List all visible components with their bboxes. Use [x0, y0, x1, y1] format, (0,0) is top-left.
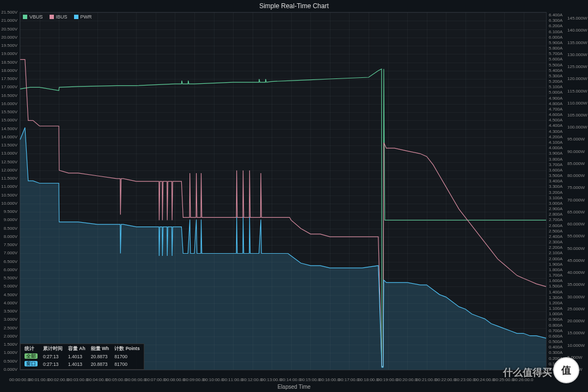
y-axis-voltage: 0.000V0.500V1.000V1.500V2.000V2.500V3.00…	[0, 12, 19, 370]
legend: VBUS IBUS PWR	[23, 14, 92, 20]
legend-item-pwr[interactable]: PWR	[74, 14, 92, 20]
watermark-text: 什么值得买	[503, 366, 552, 379]
legend-item-vbus[interactable]: VBUS	[23, 14, 43, 20]
watermark-badge: 值	[553, 357, 579, 383]
stats-table: 统计 累计时间 容量 Ah 能量 Wh 计数 Points 全部 0:27:13…	[20, 344, 144, 370]
plot-area[interactable]: VBUS IBUS PWR 统计 累计时间 容量 Ah 能量 Wh 计数 Poi…	[20, 12, 547, 370]
y-axis-current: 0.000A0.100A0.200A0.300A0.400A0.500A0.60…	[548, 12, 567, 370]
chart-title: Simple Real-Time Chart	[0, 2, 588, 10]
chart-series	[20, 13, 546, 370]
y-axis-power: 0.000W5.000W10.000W15.000W20.000W25.000W…	[566, 12, 588, 370]
legend-item-ibus[interactable]: IBUS	[50, 14, 68, 20]
x-axis-title: Elapsed Time	[0, 384, 588, 390]
x-axis-time: 00:00:00.000:01:00.000:02:00.000:03:00.0…	[20, 375, 547, 382]
